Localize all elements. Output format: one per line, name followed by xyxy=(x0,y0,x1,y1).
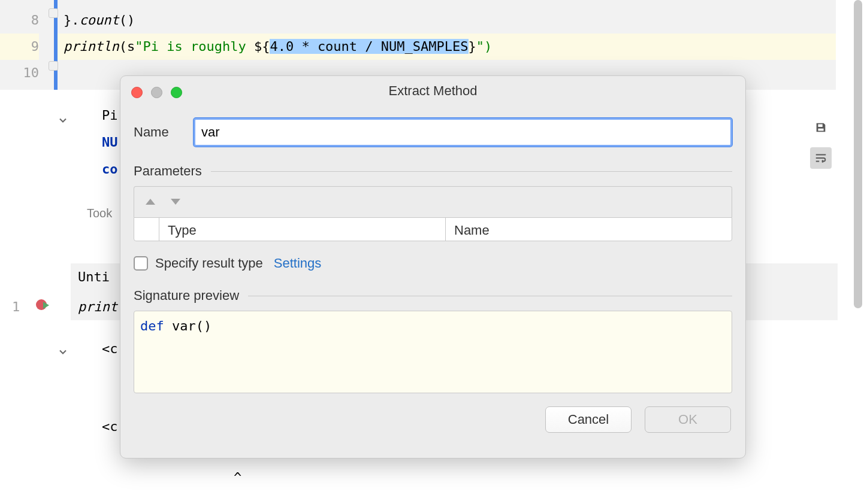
fragment-text: ^ xyxy=(234,470,241,485)
maximize-window-button[interactable] xyxy=(171,87,182,98)
dialog-buttons: Cancel OK xyxy=(134,406,732,433)
name-input[interactable] xyxy=(194,118,732,147)
soft-wrap-button[interactable] xyxy=(810,147,832,169)
divider xyxy=(211,171,732,172)
dialog-title: Extract Method xyxy=(120,83,745,99)
editor-gutter: 8 9 10 xyxy=(0,0,54,90)
chevron-down-icon[interactable] xyxy=(57,114,69,126)
name-label: Name xyxy=(134,125,176,140)
gutter-line-10: 10 xyxy=(0,60,39,86)
triangle-down-icon xyxy=(170,198,181,205)
window-controls xyxy=(131,87,182,98)
divider xyxy=(248,296,732,296)
name-row: Name xyxy=(134,118,732,147)
triangle-up-icon xyxy=(145,198,156,205)
save-button[interactable] xyxy=(810,117,832,138)
fragment-text: NU xyxy=(102,135,118,150)
table-header-name[interactable]: Name xyxy=(446,218,732,241)
table-checkbox-column xyxy=(134,218,159,241)
fragment-text: co xyxy=(102,162,118,177)
fragment-text: Unti xyxy=(78,269,110,284)
dialog-body: Name Parameters Type Name Specify result… xyxy=(120,106,745,445)
specify-result-row: Specify result type Settings xyxy=(134,256,732,271)
fold-marker-icon[interactable] xyxy=(49,8,58,18)
signature-preview: def var() xyxy=(134,311,732,393)
ok-button[interactable]: OK xyxy=(645,406,731,433)
signature-label: Signature preview xyxy=(134,288,239,303)
specify-result-label: Specify result type xyxy=(155,256,263,271)
code-paren: () xyxy=(119,13,135,28)
table-header-type[interactable]: Type xyxy=(159,218,446,241)
scrollbar-track[interactable] xyxy=(852,0,864,317)
code-text: (s xyxy=(119,39,135,54)
code-string: ") xyxy=(476,39,493,54)
fragment-text: Took xyxy=(87,207,112,220)
code-string: "Pi is roughly xyxy=(135,39,254,54)
gutter-error-icon[interactable] xyxy=(36,299,50,314)
cancel-button[interactable]: Cancel xyxy=(545,406,632,433)
specify-result-checkbox[interactable] xyxy=(134,256,148,271)
gutter-line-8: 8 xyxy=(0,7,39,34)
save-icon xyxy=(814,121,827,134)
move-up-button[interactable] xyxy=(145,198,156,207)
code-func: println xyxy=(64,39,119,54)
scrollbar-thumb[interactable] xyxy=(854,0,862,308)
parameters-toolbar xyxy=(134,186,732,217)
move-down-button[interactable] xyxy=(170,198,181,207)
gutter-line-1: 1 xyxy=(12,299,20,314)
minimize-window-button[interactable] xyxy=(151,87,162,98)
fragment-text: Pi xyxy=(102,108,118,123)
code-text: } xyxy=(469,39,476,54)
fold-marker-icon[interactable] xyxy=(49,61,58,71)
code-line-9[interactable]: println(s"Pi is roughly ${4.0 * count / … xyxy=(58,34,836,60)
settings-link[interactable]: Settings xyxy=(274,256,322,271)
editor-toolbar xyxy=(810,117,834,178)
preview-name: var xyxy=(172,318,196,333)
fragment-text: print xyxy=(78,299,117,314)
code-selection[interactable]: 4.0 * count / NUM_SAMPLES xyxy=(270,39,468,54)
code-text: }. xyxy=(64,13,80,28)
chevron-down-icon[interactable] xyxy=(57,346,69,358)
extract-method-dialog: Extract Method Name Parameters Type Name xyxy=(120,75,746,459)
run-triangle-icon xyxy=(43,302,49,309)
preview-paren: () xyxy=(196,318,212,333)
parameters-label: Parameters xyxy=(134,163,202,179)
code-text: ${ xyxy=(254,39,270,54)
gutter-line-9: 9 xyxy=(0,34,39,60)
parameters-header: Parameters xyxy=(134,163,732,179)
code-method: count xyxy=(80,13,119,28)
signature-header: Signature preview xyxy=(134,288,732,303)
preview-keyword: def xyxy=(140,318,172,333)
fragment-text: <c xyxy=(102,419,118,434)
dialog-titlebar[interactable]: Extract Method xyxy=(120,76,745,106)
wrap-icon xyxy=(814,151,827,165)
parameters-table[interactable]: Type Name xyxy=(134,217,732,241)
code-line-8[interactable]: }.count() xyxy=(58,7,836,34)
close-window-button[interactable] xyxy=(131,87,143,98)
fragment-text: <c xyxy=(102,341,118,356)
